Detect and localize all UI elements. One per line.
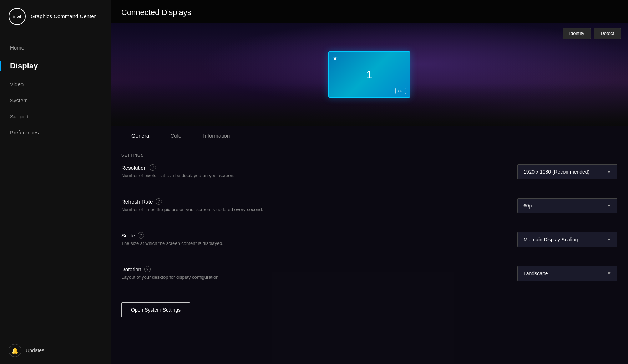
- open-system-settings-button[interactable]: Open System Settings: [121, 302, 190, 317]
- page-title: Connected Displays: [111, 0, 628, 23]
- rotation-info: Rotation ? Layout of your desktop for di…: [121, 266, 517, 281]
- scale-chevron-icon: ▼: [607, 237, 611, 242]
- monitor-intel-logo-icon: intel: [395, 88, 406, 94]
- scale-help-icon[interactable]: ?: [138, 232, 144, 239]
- scale-desc: The size at which the screen content is …: [121, 240, 503, 247]
- refresh-rate-desc: Number of times the picture on your scre…: [121, 206, 503, 213]
- scale-dropdown[interactable]: Maintain Display Scaling ▼: [517, 232, 617, 247]
- resolution-label: Resolution: [121, 165, 147, 171]
- rotation-chevron-icon: ▼: [607, 271, 611, 276]
- scale-label-row: Scale ?: [121, 232, 503, 239]
- refresh-rate-info: Refresh Rate ? Number of times the pictu…: [121, 198, 517, 213]
- sidebar-item-video[interactable]: Video: [0, 77, 111, 92]
- setting-row-resolution: Resolution ? Number of pixels that can b…: [121, 164, 617, 188]
- rotation-help-icon[interactable]: ?: [144, 266, 151, 272]
- resolution-dropdown[interactable]: 1920 x 1080 (Recommended) ▼: [517, 164, 617, 179]
- tab-color[interactable]: Color: [160, 128, 193, 144]
- sidebar-item-support[interactable]: Support: [0, 109, 111, 124]
- detect-button[interactable]: Detect: [594, 28, 621, 39]
- resolution-chevron-icon: ▼: [607, 169, 611, 174]
- sidebar-footer: 🔔 Updates: [0, 337, 111, 364]
- sidebar: intel Graphics Command Center Home Displ…: [0, 0, 111, 364]
- tab-general[interactable]: General: [121, 128, 160, 144]
- preview-controls: Identify Detect: [563, 28, 621, 39]
- sidebar-item-display[interactable]: Display: [0, 56, 111, 76]
- scale-label: Scale: [121, 232, 135, 239]
- resolution-info: Resolution ? Number of pixels that can b…: [121, 164, 517, 179]
- rotation-desc: Layout of your desktop for display confi…: [121, 274, 503, 281]
- tabs-bar: General Color Information: [121, 126, 617, 144]
- sidebar-item-preferences[interactable]: Preferences: [0, 125, 111, 140]
- settings-panel: General Color Information SETTINGS Resol…: [111, 126, 628, 364]
- rotation-label-row: Rotation ?: [121, 266, 503, 272]
- refresh-rate-label: Refresh Rate: [121, 199, 153, 205]
- tab-information[interactable]: Information: [193, 128, 240, 144]
- sidebar-item-system[interactable]: System: [0, 93, 111, 108]
- monitor-card[interactable]: ★ 1 intel: [328, 51, 410, 98]
- sidebar-header: intel Graphics Command Center: [0, 0, 111, 33]
- resolution-help-icon[interactable]: ?: [150, 164, 156, 171]
- display-preview: Identify Detect ★ 1 intel: [111, 23, 628, 126]
- monitor-number: 1: [366, 68, 373, 81]
- sidebar-item-home[interactable]: Home: [0, 40, 111, 55]
- updates-label: Updates: [26, 348, 44, 353]
- monitor-star-icon: ★: [333, 55, 338, 62]
- sidebar-nav: Home Display Video System Support Prefer…: [0, 33, 111, 337]
- identify-button[interactable]: Identify: [563, 28, 591, 39]
- app-title: Graphics Command Center: [31, 13, 96, 20]
- refresh-rate-dropdown[interactable]: 60p ▼: [517, 198, 617, 213]
- refresh-rate-help-icon[interactable]: ?: [156, 198, 162, 205]
- refresh-rate-label-row: Refresh Rate ?: [121, 198, 503, 205]
- rotation-label: Rotation: [121, 266, 141, 272]
- setting-row-scale: Scale ? The size at which the screen con…: [121, 232, 617, 256]
- scale-info: Scale ? The size at which the screen con…: [121, 232, 517, 247]
- setting-row-refresh-rate: Refresh Rate ? Number of times the pictu…: [121, 198, 617, 222]
- intel-logo-icon: intel: [9, 8, 26, 25]
- refresh-rate-chevron-icon: ▼: [607, 203, 611, 208]
- setting-row-rotation: Rotation ? Layout of your desktop for di…: [121, 266, 617, 289]
- rotation-dropdown[interactable]: Landscape ▼: [517, 266, 617, 281]
- resolution-label-row: Resolution ?: [121, 164, 503, 171]
- resolution-desc: Number of pixels that can be displayed o…: [121, 172, 503, 179]
- settings-section-label: SETTINGS: [121, 153, 617, 157]
- updates-bell-icon[interactable]: 🔔: [9, 344, 21, 357]
- main-content: Connected Displays Identify Detect ★ 1 i…: [111, 0, 628, 364]
